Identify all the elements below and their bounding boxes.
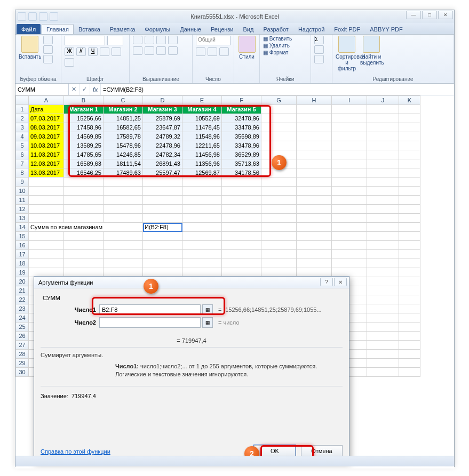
cell-I13[interactable] xyxy=(332,214,367,223)
cell-C1[interactable]: Магазин 2 xyxy=(104,105,143,114)
cell-E9[interactable] xyxy=(182,178,222,187)
cell-D12[interactable] xyxy=(143,205,182,214)
cell-A6[interactable]: 11.03.2017 xyxy=(29,150,64,159)
cell-D6[interactable]: 24782,34 xyxy=(143,150,182,159)
cell-I10[interactable] xyxy=(332,187,367,196)
cell-J8[interactable] xyxy=(367,168,399,178)
cell-E15[interactable] xyxy=(182,232,222,241)
cell-E12[interactable] xyxy=(182,205,222,214)
cell-B12[interactable] xyxy=(64,205,104,214)
cell-B19[interactable] xyxy=(64,268,104,277)
cell-D14[interactable]: И(B2:F8) xyxy=(143,223,182,232)
arg2-input[interactable] xyxy=(99,317,201,328)
cell-F13[interactable] xyxy=(222,214,261,223)
cell-E4[interactable]: 11548,96 xyxy=(182,132,222,141)
cell-H4[interactable] xyxy=(297,132,332,141)
cell-C7[interactable]: 18111,54 xyxy=(104,159,143,168)
cell-B11[interactable] xyxy=(64,196,104,205)
row-header-14[interactable]: 14 xyxy=(16,223,29,232)
align-right-icon[interactable] xyxy=(156,46,166,55)
tab-abbyy[interactable]: ABBYY PDF xyxy=(365,24,408,34)
cell-J2[interactable] xyxy=(367,114,399,123)
cell-K3[interactable] xyxy=(399,123,420,132)
col-header-E[interactable]: E xyxy=(182,96,222,105)
fill-down-icon[interactable] xyxy=(314,45,324,54)
cell-C19[interactable] xyxy=(104,268,143,277)
cell-H15[interactable] xyxy=(297,232,332,241)
cell-G14[interactable] xyxy=(261,223,297,232)
cell-E19[interactable] xyxy=(182,268,222,277)
cell-F17[interactable] xyxy=(222,250,261,259)
cell-G8[interactable] xyxy=(261,168,297,178)
cell-D17[interactable] xyxy=(143,250,182,259)
cell-J6[interactable] xyxy=(367,150,399,159)
cell-J12[interactable] xyxy=(367,205,399,214)
cell-C16[interactable] xyxy=(104,241,143,250)
cell-C10[interactable] xyxy=(104,187,143,196)
cell-E2[interactable]: 10552,69 xyxy=(182,114,222,123)
cell-A13[interactable] xyxy=(29,214,64,223)
cell-C4[interactable]: 17589,78 xyxy=(104,132,143,141)
cell-C17[interactable] xyxy=(104,250,143,259)
cell-J5[interactable] xyxy=(367,141,399,150)
cell-I19[interactable] xyxy=(332,268,367,277)
cell-J11[interactable] xyxy=(367,196,399,205)
cell-B8[interactable]: 16546,25 xyxy=(64,168,104,178)
tab-view[interactable]: Вид xyxy=(239,24,259,34)
cell-K28[interactable] xyxy=(399,350,420,359)
cell-A4[interactable]: 09.03.2017 xyxy=(29,132,64,141)
cell-D7[interactable]: 26891,43 xyxy=(143,159,182,168)
cell-B9[interactable] xyxy=(64,178,104,187)
tab-layout[interactable]: Разметка xyxy=(105,24,140,34)
underline-button[interactable]: Ч xyxy=(88,47,98,56)
cell-A17[interactable] xyxy=(29,250,64,259)
cell-B18[interactable] xyxy=(64,259,104,268)
comma-icon[interactable] xyxy=(219,47,229,56)
cell-G5[interactable] xyxy=(261,141,297,150)
cell-I6[interactable] xyxy=(332,150,367,159)
styles-button[interactable]: Стили xyxy=(237,36,256,68)
cell-F4[interactable]: 35698,89 xyxy=(222,132,261,141)
tab-addins[interactable]: Надстрой xyxy=(293,24,329,34)
cell-I4[interactable] xyxy=(332,132,367,141)
row-header-21[interactable]: 21 xyxy=(16,286,29,295)
cell-D1[interactable]: Магазин 3 xyxy=(143,105,182,114)
cell-K16[interactable] xyxy=(399,241,420,250)
name-box-input[interactable] xyxy=(18,86,66,93)
cell-K19[interactable] xyxy=(399,268,420,277)
cell-G4[interactable] xyxy=(261,132,297,141)
cell-C6[interactable]: 14246,85 xyxy=(104,150,143,159)
cell-E1[interactable]: Магазин 4 xyxy=(182,105,222,114)
cells-delete[interactable]: ▦ Удалить xyxy=(263,43,290,49)
cell-J7[interactable] xyxy=(367,159,399,168)
cut-icon[interactable] xyxy=(43,36,53,44)
cell-D13[interactable] xyxy=(143,214,182,223)
maximize-button[interactable]: □ xyxy=(422,11,437,19)
cell-I8[interactable] xyxy=(332,168,367,178)
cell-G17[interactable] xyxy=(261,250,297,259)
cell-K21[interactable] xyxy=(399,286,420,295)
col-header-H[interactable]: H xyxy=(297,96,332,105)
cell-B15[interactable] xyxy=(64,232,104,241)
cell-B4[interactable]: 14569,85 xyxy=(64,132,104,141)
cell-D9[interactable] xyxy=(143,178,182,187)
autosum-icon[interactable]: Σ xyxy=(314,36,324,44)
cell-K18[interactable] xyxy=(399,259,420,268)
cell-F1[interactable]: Магазин 5 xyxy=(222,105,261,114)
row-header-26[interactable]: 26 xyxy=(16,332,29,341)
cell-D19[interactable] xyxy=(143,268,182,277)
cell-C11[interactable] xyxy=(104,196,143,205)
cell-K22[interactable] xyxy=(399,295,420,304)
col-header-A[interactable]: A xyxy=(29,96,64,105)
cell-I18[interactable] xyxy=(332,259,367,268)
italic-button[interactable]: К xyxy=(76,47,86,56)
row-header-29[interactable]: 29 xyxy=(16,359,29,368)
cell-G3[interactable] xyxy=(261,123,297,132)
cell-H12[interactable] xyxy=(297,205,332,214)
cell-J3[interactable] xyxy=(367,123,399,132)
cell-H16[interactable] xyxy=(297,241,332,250)
cell-F9[interactable] xyxy=(222,178,261,187)
cell-J24[interactable] xyxy=(367,313,399,322)
cell-A7[interactable]: 12.03.2017 xyxy=(29,159,64,168)
cell-I16[interactable] xyxy=(332,241,367,250)
